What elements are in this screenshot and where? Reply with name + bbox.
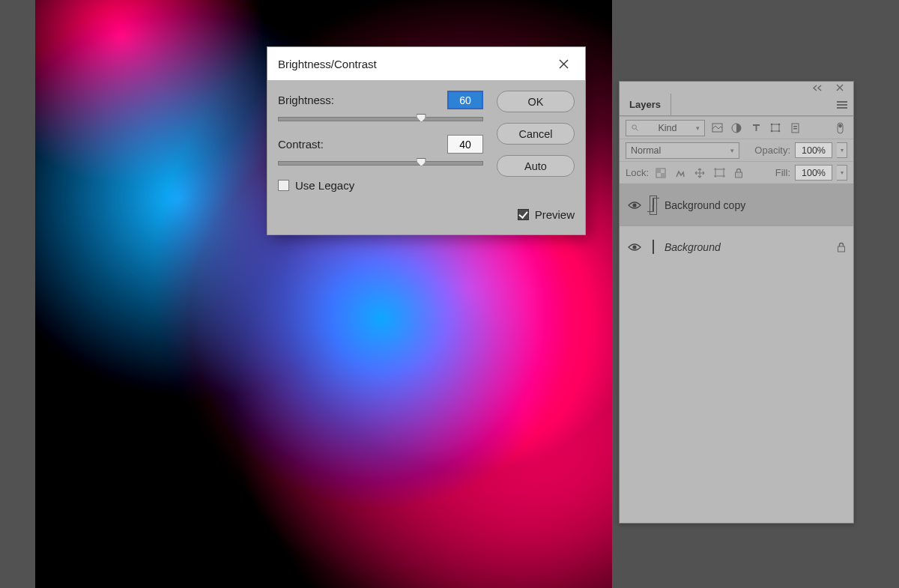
filter-type-icon[interactable] bbox=[748, 121, 763, 136]
contrast-slider[interactable] bbox=[278, 161, 483, 166]
lock-icon[interactable] bbox=[837, 242, 846, 252]
tab-layers[interactable]: Layers bbox=[620, 94, 671, 115]
lock-all-icon[interactable] bbox=[731, 166, 746, 181]
layer-thumbnail[interactable] bbox=[650, 196, 657, 215]
opacity-input[interactable]: 100% bbox=[795, 142, 832, 158]
preview-row[interactable]: Preview bbox=[497, 208, 575, 221]
auto-button[interactable]: Auto bbox=[497, 155, 575, 177]
layer-thumbnail[interactable] bbox=[650, 237, 657, 257]
svg-rect-9 bbox=[793, 126, 797, 127]
opacity-label: Opacity: bbox=[754, 145, 790, 156]
lock-image-icon[interactable] bbox=[673, 166, 688, 181]
blend-mode-value: Normal bbox=[631, 145, 661, 156]
kind-filter-label: Kind bbox=[658, 123, 676, 133]
svg-rect-20 bbox=[838, 246, 845, 252]
layers-panel: Layers Kind ▾ Normal bbox=[619, 81, 854, 524]
svg-point-5 bbox=[778, 124, 781, 126]
filter-toggle-icon[interactable] bbox=[832, 121, 847, 136]
brightness-group: Brightness: bbox=[278, 91, 483, 121]
svg-point-19 bbox=[632, 245, 636, 249]
svg-rect-16 bbox=[715, 169, 724, 176]
fill-chevron-icon[interactable]: ▾ bbox=[837, 165, 847, 181]
filter-pixel-icon[interactable] bbox=[709, 121, 724, 136]
dialog-titlebar[interactable]: Brightness/Contrast bbox=[267, 47, 585, 80]
svg-rect-14 bbox=[656, 169, 661, 173]
filter-adjustment-icon[interactable] bbox=[729, 121, 744, 136]
use-legacy-checkbox[interactable] bbox=[278, 180, 289, 191]
brightness-label: Brightness: bbox=[278, 94, 334, 106]
close-panel-icon[interactable] bbox=[832, 80, 847, 95]
svg-rect-15 bbox=[661, 173, 665, 178]
svg-point-0 bbox=[632, 125, 637, 130]
svg-point-12 bbox=[838, 124, 842, 127]
layer-name[interactable]: Background bbox=[665, 241, 721, 253]
svg-rect-10 bbox=[793, 128, 797, 130]
contrast-label: Contrast: bbox=[278, 138, 324, 151]
opacity-chevron-icon[interactable]: ▾ bbox=[837, 142, 847, 158]
contrast-input[interactable] bbox=[447, 135, 483, 154]
svg-point-6 bbox=[771, 130, 773, 133]
brightness-contrast-dialog: Brightness/Contrast Brightness: Contrast… bbox=[267, 46, 586, 235]
dialog-title: Brightness/Contrast bbox=[278, 58, 377, 70]
layer-name[interactable]: Background copy bbox=[665, 199, 745, 211]
collapse-panel-icon[interactable] bbox=[810, 80, 825, 95]
contrast-group: Contrast: bbox=[278, 135, 483, 166]
ok-button[interactable]: OK bbox=[497, 91, 575, 112]
svg-point-4 bbox=[771, 124, 773, 126]
visibility-toggle-icon[interactable] bbox=[627, 201, 642, 210]
lock-label: Lock: bbox=[626, 167, 649, 178]
filter-shape-icon[interactable] bbox=[768, 121, 783, 136]
cancel-button[interactable]: Cancel bbox=[497, 123, 575, 145]
preview-checkbox[interactable] bbox=[518, 209, 529, 220]
blend-mode-combo[interactable]: Normal ▾ bbox=[626, 142, 739, 159]
brightness-input[interactable] bbox=[447, 91, 483, 109]
filter-smart-icon[interactable] bbox=[787, 121, 802, 136]
svg-point-7 bbox=[778, 130, 781, 133]
contrast-slider-knob[interactable] bbox=[417, 158, 426, 166]
layer-row[interactable]: Background bbox=[620, 225, 853, 267]
layer-row[interactable]: Background copy bbox=[620, 184, 853, 225]
close-icon[interactable] bbox=[552, 52, 575, 75]
panel-menu-icon[interactable] bbox=[831, 94, 853, 115]
svg-point-18 bbox=[632, 203, 636, 207]
visibility-toggle-icon[interactable] bbox=[627, 243, 642, 252]
svg-rect-3 bbox=[772, 124, 779, 131]
lock-position-icon[interactable] bbox=[692, 166, 707, 181]
brightness-slider[interactable] bbox=[278, 117, 483, 121]
lock-artboard-icon[interactable] bbox=[712, 166, 727, 181]
preview-label: Preview bbox=[535, 208, 575, 221]
use-legacy-row[interactable]: Use Legacy bbox=[278, 179, 483, 192]
lock-transparency-icon[interactable] bbox=[653, 166, 668, 181]
layers-list: Background copy Background bbox=[620, 184, 853, 523]
search-icon bbox=[631, 124, 639, 132]
svg-rect-17 bbox=[736, 172, 742, 178]
brightness-slider-knob[interactable] bbox=[417, 114, 426, 122]
fill-label: Fill: bbox=[775, 167, 790, 178]
kind-filter-combo[interactable]: Kind ▾ bbox=[626, 120, 705, 136]
use-legacy-label: Use Legacy bbox=[295, 179, 354, 192]
fill-input[interactable]: 100% bbox=[795, 165, 832, 181]
